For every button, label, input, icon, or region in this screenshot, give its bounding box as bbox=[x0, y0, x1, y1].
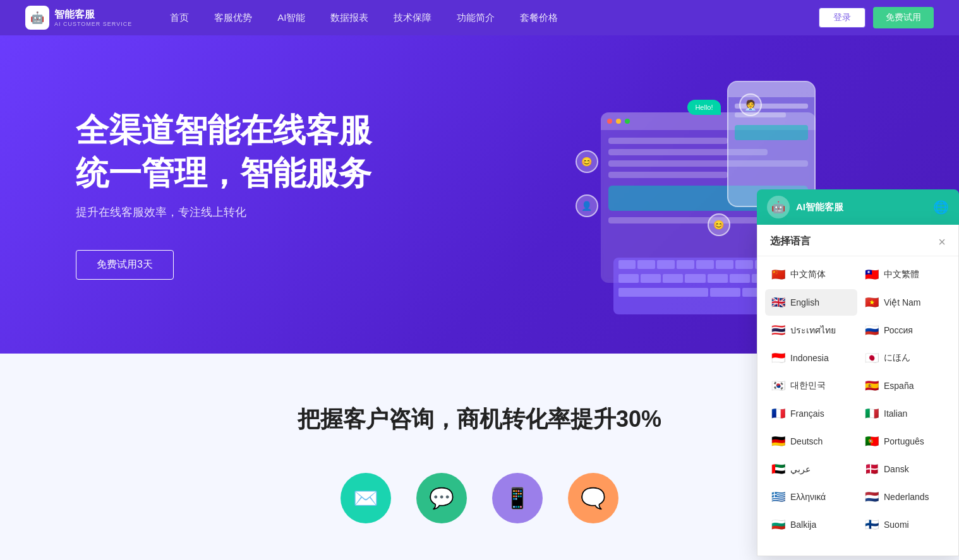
nav-features[interactable]: 功能简介 bbox=[457, 12, 495, 24]
nav-data[interactable]: 数据报表 bbox=[330, 12, 368, 24]
lang-danish[interactable]: 🇩🇰 Dansk bbox=[859, 456, 951, 482]
hero-subtitle: 提升在线客服效率，专注线上转化 bbox=[76, 205, 528, 220]
flag-fr: 🇫🇷 bbox=[771, 407, 785, 420]
lang-spanish[interactable]: 🇪🇸 España bbox=[859, 372, 951, 399]
lang-arabic[interactable]: 🇦🇪 عربي bbox=[765, 456, 857, 482]
icon-chat: 🗨️ bbox=[568, 473, 618, 523]
keyboard-mockup bbox=[613, 258, 778, 314]
lang-indonesian[interactable]: 🇮🇩 Indonesia bbox=[765, 345, 857, 371]
flag-jp: 🇯🇵 bbox=[865, 351, 879, 365]
flag-dk: 🇩🇰 bbox=[865, 462, 879, 476]
globe-icon[interactable]: 🌐 bbox=[933, 200, 949, 215]
navbar: 🤖 智能客服 AI CUSTOMER SERVICE 首页 客服优势 AI智能 … bbox=[0, 0, 959, 35]
logo-sub-text: AI CUSTOMER SERVICE bbox=[54, 21, 132, 27]
lang-vietnamese[interactable]: 🇻🇳 Việt Nam bbox=[859, 289, 951, 316]
logo: 🤖 智能客服 AI CUSTOMER SERVICE bbox=[25, 6, 132, 30]
flag-zh-cn: 🇨🇳 bbox=[771, 268, 785, 282]
lang-portuguese[interactable]: 🇵🇹 Português bbox=[859, 428, 951, 455]
hero-title-line2: 统一管理，智能服务 bbox=[76, 155, 371, 191]
lang-label-fr: Français bbox=[790, 408, 824, 419]
lang-label-zh-tw: 中文繁體 bbox=[884, 269, 919, 280]
flag-bg: 🇧🇬 bbox=[771, 518, 785, 532]
lang-italian[interactable]: 🇮🇹 Italian bbox=[859, 400, 951, 427]
chat-header-title: AI智能客服 bbox=[796, 201, 843, 213]
lang-panel-header: 选择语言 × bbox=[757, 225, 958, 256]
lang-label-zh-cn: 中文简体 bbox=[790, 269, 826, 280]
lang-balkija[interactable]: 🇧🇬 Balkija bbox=[765, 511, 857, 538]
main-nav: 首页 客服优势 AI智能 数据报表 技术保障 功能简介 套餐价格 bbox=[170, 12, 819, 24]
login-button[interactable]: 登录 bbox=[819, 8, 866, 28]
lang-label-gr: Ελληνικά bbox=[790, 492, 826, 502]
lang-label-dk: Dansk bbox=[884, 464, 909, 474]
lang-korean[interactable]: 🇰🇷 대한민국 bbox=[765, 372, 857, 399]
flag-pt: 🇵🇹 bbox=[865, 434, 879, 448]
flag-th: 🇹🇭 bbox=[771, 323, 785, 337]
avatar-2: 👤 bbox=[576, 194, 598, 217]
hero-content: 全渠道智能在线客服 统一管理，智能服务 提升在线客服效率，专注线上转化 免费试用… bbox=[0, 71, 528, 318]
nav-tech[interactable]: 技术保障 bbox=[394, 12, 431, 24]
lang-chinese-traditional[interactable]: 🇹🇼 中文繁體 bbox=[859, 261, 951, 288]
nav-pricing[interactable]: 套餐价格 bbox=[520, 12, 558, 24]
logo-main-text: 智能客服 bbox=[54, 8, 132, 20]
flag-ru: 🇷🇺 bbox=[865, 323, 879, 337]
lang-english[interactable]: 🇬🇧 English bbox=[765, 289, 857, 316]
navbar-actions: 登录 免费试用 bbox=[819, 7, 934, 28]
lang-dutch[interactable]: 🇳🇱 Nederlands bbox=[859, 484, 951, 510]
lang-label-nl: Nederlands bbox=[884, 492, 929, 502]
chat-avatar: 🤖 bbox=[767, 196, 790, 218]
lang-label-kr: 대한민국 bbox=[790, 380, 826, 391]
lang-label-es: España bbox=[884, 381, 914, 391]
lang-label-ar: عربي bbox=[790, 464, 811, 474]
flag-vn: 🇻🇳 bbox=[865, 295, 879, 309]
flag-kr: 🇰🇷 bbox=[771, 379, 785, 393]
flag-gr: 🇬🇷 bbox=[771, 490, 785, 504]
lang-label-en: English bbox=[790, 297, 819, 307]
flag-it: 🇮🇹 bbox=[865, 407, 879, 420]
icon-wechat: 💬 bbox=[416, 473, 467, 523]
lang-label-it: Italian bbox=[884, 408, 907, 419]
lang-label-id: Indonesia bbox=[790, 353, 829, 363]
lang-label-pt: Português bbox=[884, 436, 924, 446]
language-grid: 🇨🇳 中文简体 🇹🇼 中文繁體 🇬🇧 English 🇻🇳 Việt Nam 🇹… bbox=[757, 256, 958, 543]
free-trial-button[interactable]: 免费试用 bbox=[873, 7, 934, 28]
flag-ar: 🇦🇪 bbox=[771, 462, 785, 476]
flag-id: 🇮🇩 bbox=[771, 351, 785, 365]
lang-japanese[interactable]: 🇯🇵 にほん bbox=[859, 345, 951, 371]
lang-panel-title: 选择语言 bbox=[770, 235, 811, 248]
lang-label-ru: Россия bbox=[884, 325, 913, 335]
avatar-3: 😊 bbox=[708, 213, 730, 236]
icon-phone: 📱 bbox=[492, 473, 543, 523]
flag-zh-tw: 🇹🇼 bbox=[865, 268, 879, 282]
lang-label-fi: Suomi bbox=[884, 520, 909, 530]
lang-chinese-simplified[interactable]: 🇨🇳 中文简体 bbox=[765, 261, 857, 288]
flag-fi: 🇫🇮 bbox=[865, 518, 879, 532]
nav-home[interactable]: 首页 bbox=[170, 12, 189, 24]
lang-label-th: ประเทศไทย bbox=[790, 323, 836, 337]
lang-greek[interactable]: 🇬🇷 Ελληνικά bbox=[765, 484, 857, 510]
close-lang-panel-button[interactable]: × bbox=[938, 235, 946, 248]
logo-icon: 🤖 bbox=[25, 6, 49, 30]
lang-label-vn: Việt Nam bbox=[884, 297, 921, 307]
lang-german[interactable]: 🇩🇪 Deutsch bbox=[765, 428, 857, 455]
lang-russian[interactable]: 🇷🇺 Россия bbox=[859, 317, 951, 343]
flag-nl: 🇳🇱 bbox=[865, 490, 879, 504]
lang-french[interactable]: 🇫🇷 Français bbox=[765, 400, 857, 427]
lang-finnish[interactable]: 🇫🇮 Suomi bbox=[859, 511, 951, 538]
flag-en: 🇬🇧 bbox=[771, 295, 785, 309]
nav-ai[interactable]: AI智能 bbox=[277, 12, 305, 24]
lang-label-jp: にほん bbox=[884, 352, 910, 364]
hero-title-line1: 全渠道智能在线客服 bbox=[76, 112, 371, 148]
avatar-1: 😊 bbox=[576, 150, 598, 173]
lang-label-bg: Balkija bbox=[790, 520, 816, 530]
nav-advantage[interactable]: 客服优势 bbox=[214, 12, 252, 24]
hero-cta-button[interactable]: 免费试用3天 bbox=[76, 250, 174, 280]
lang-thai[interactable]: 🇹🇭 ประเทศไทย bbox=[765, 317, 857, 343]
flag-de: 🇩🇪 bbox=[771, 434, 785, 448]
avatar-service: 🧑‍💼 bbox=[739, 93, 762, 116]
chat-widget: 🤖 AI智能客服 🌐 选择语言 × 🇨🇳 中文简体 🇹🇼 中文繁體 🇬🇧 Eng… bbox=[757, 189, 959, 556]
icon-email: ✉️ bbox=[341, 473, 391, 523]
language-panel: 选择语言 × 🇨🇳 中文简体 🇹🇼 中文繁體 🇬🇧 English 🇻🇳 Việ… bbox=[757, 225, 959, 556]
chat-bubble: Hello! bbox=[687, 100, 720, 115]
flag-es: 🇪🇸 bbox=[865, 379, 879, 393]
chat-header-bar: 🤖 AI智能客服 🌐 bbox=[757, 189, 959, 225]
